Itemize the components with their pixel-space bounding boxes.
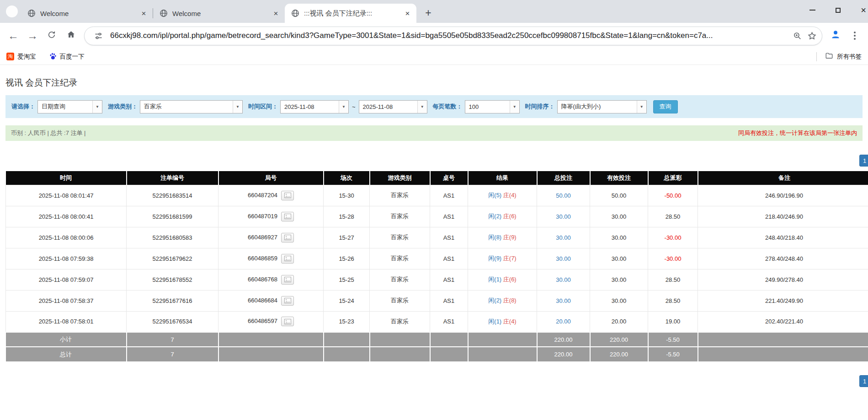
bookmark-star-icon[interactable] [804,28,819,43]
tab-close-icon[interactable]: × [138,8,149,19]
time-cell: 2025-11-08 07:59:07 [6,269,127,290]
round-detail-button[interactable] [281,212,294,221]
round-cell: 660487019 [218,206,324,227]
round-detail-button[interactable] [281,191,294,200]
url-bar[interactable]: 66cxkj98.com/ipl/portal.php/game/betreco… [84,27,822,45]
round-detail-button[interactable] [281,275,294,285]
date-from-select[interactable]: 2025-11-08 ▼ [280,100,349,113]
tab-welcome-1[interactable]: Welcome × [21,4,153,23]
payout-cell: 19.00 [648,311,698,332]
result-player: 闲(1) [488,318,501,325]
tab-close-icon[interactable]: × [402,8,413,19]
table-no-cell: AS1 [430,227,468,248]
total-bet-link[interactable]: 30.00 [556,297,571,304]
sort-select[interactable]: 降幂(由大到小) ▼ [557,100,647,113]
total-bet-link[interactable]: 30.00 [556,234,571,241]
tab-bet-record[interactable]: :::视讯 会员下注纪录::: × [285,4,416,23]
maximize-button[interactable] [825,0,851,20]
bookmark-label: 爱淘宝 [17,53,36,61]
tab-title: Welcome [40,10,134,17]
forward-button[interactable]: → [23,26,42,45]
page-1-button[interactable]: 1 [859,375,868,387]
valid-bet-cell: 50.00 [590,185,648,206]
url-text[interactable]: 66cxkj98.com/ipl/portal.php/game/betreco… [110,31,790,40]
total-bet-link[interactable]: 30.00 [556,255,571,262]
query-type-select[interactable]: 日期查询 ▼ [37,100,102,113]
result-cell: 闲(1) 庄(6) [468,269,537,290]
result-banker: 庄(6) [503,276,517,283]
round-detail-button[interactable] [281,233,294,242]
page-size-select[interactable]: 100 ▼ [465,100,520,113]
page-1-button[interactable]: 1 [859,155,868,167]
total-bet-link[interactable]: 20.00 [556,318,571,325]
summary-bar: 币别 : 人民币 | 总共 :7 注单 | 同局有效投注，统一计算在该局第一张注… [5,125,863,141]
browser-menu-button[interactable] [845,26,864,45]
minimize-button[interactable] [799,0,825,20]
tab-close-icon[interactable]: × [271,8,281,19]
round-number: 660486859 [248,254,277,261]
home-button[interactable] [61,26,80,45]
folder-icon [825,52,833,61]
col-header-result: 结果 [468,171,537,185]
bookmark-baidu[interactable]: 百度一下 [49,52,85,61]
game-type-cell: 百家乐 [370,206,430,227]
new-tab-button[interactable]: + [421,5,436,20]
total-bet-cell: 30.00 [537,206,590,227]
bet-no-cell: 522951683514 [127,185,218,206]
tab-search-button[interactable] [6,5,18,17]
total-bet-cell: 30.00 [537,269,590,290]
col-header-session: 场次 [324,171,370,185]
round-detail-button[interactable] [281,296,294,306]
site-settings-icon[interactable] [91,28,106,43]
subtotal-label: 小计 [6,332,127,347]
close-window-button[interactable]: × [851,0,868,20]
subtotal-payout: -5.50 [648,332,698,347]
bet-records-table: 时间 注单编号 局号 场次 游戏类别 桌号 结果 总投注 有效投注 总派彩 备注… [5,171,868,361]
col-header-game-type: 游戏类别 [370,171,430,185]
refresh-button[interactable] [42,26,61,45]
bet-no-cell: 522951679622 [127,248,218,269]
session-cell: 15-28 [324,206,370,227]
chevron-down-icon: ▼ [339,101,348,113]
round-cell: 660486768 [218,269,324,290]
table-row: 2025-11-08 08:00:41522951681599660487019… [6,206,868,227]
valid-bet-cell: 30.00 [590,248,648,269]
remark-cell: 249.90/278.40 [698,269,868,290]
profile-button[interactable] [826,26,845,45]
bookmark-taobao[interactable]: 淘 爱淘宝 [6,53,36,61]
round-detail-button[interactable] [281,317,294,326]
back-button[interactable]: ← [4,26,23,45]
game-type-cell: 百家乐 [370,269,430,290]
bookmarks-divider [816,52,817,61]
summary-left-text: 币别 : 人民币 | 总共 :7 注单 | [11,129,86,137]
round-cell: 660486927 [218,227,324,248]
empty-cell [370,347,430,361]
game-type-select[interactable]: 百家乐 ▼ [140,100,243,113]
date-from-value: 2025-11-08 [281,101,339,113]
date-range-label: 时间区间： [248,102,278,111]
round-replay-icon [284,298,291,303]
date-to-select[interactable]: 2025-11-08 ▼ [359,100,427,113]
browser-toolbar: ← → 66cxkj98.com/ipl/portal.php/game/bet… [0,23,868,48]
remark-cell: 221.40/249.90 [698,290,868,311]
total-bet-link[interactable]: 50.00 [556,192,571,199]
page-content: 视讯 会员下注纪录 请选择： 日期查询 ▼ 游戏类别： 百家乐 ▼ 时间区间： … [0,65,868,420]
subtotal-row: 小计 7 220.00 220.00 -5.50 [6,332,868,347]
refresh-icon [47,29,56,42]
result-banker: 庄(7) [503,255,517,262]
taobao-icon: 淘 [6,53,14,60]
valid-bet-cell: 20.00 [590,311,648,332]
total-bet-link[interactable]: 30.00 [556,276,571,283]
zoom-icon[interactable] [790,28,804,43]
all-bookmarks[interactable]: 所有书签 [816,52,862,61]
round-detail-button[interactable] [281,254,294,264]
game-type-cell: 百家乐 [370,185,430,206]
session-cell: 15-30 [324,185,370,206]
table-row: 2025-11-08 07:58:37522951677616660486684… [6,290,868,311]
tab-welcome-2[interactable]: Welcome × [153,4,285,23]
empty-cell [430,332,468,347]
table-no-cell: AS1 [430,206,468,227]
search-button[interactable]: 查询 [653,100,678,113]
session-cell: 15-23 [324,311,370,332]
total-bet-link[interactable]: 30.00 [556,213,571,220]
